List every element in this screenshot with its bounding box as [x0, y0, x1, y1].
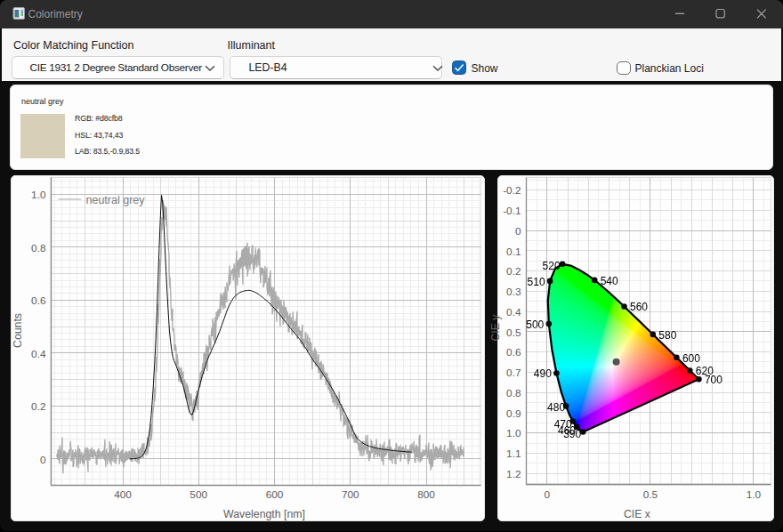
- svg-text:490: 490: [534, 367, 552, 380]
- svg-text:600: 600: [682, 352, 700, 365]
- svg-text:500: 500: [526, 318, 544, 331]
- svg-text:580: 580: [658, 329, 676, 342]
- svg-text:540: 540: [601, 275, 618, 287]
- svg-text:510: 510: [528, 276, 545, 288]
- svg-text:390: 390: [563, 428, 581, 440]
- svg-text:560: 560: [630, 301, 648, 313]
- svg-text:700: 700: [705, 374, 722, 386]
- svg-text:480: 480: [547, 401, 565, 414]
- svg-text:520: 520: [543, 260, 561, 272]
